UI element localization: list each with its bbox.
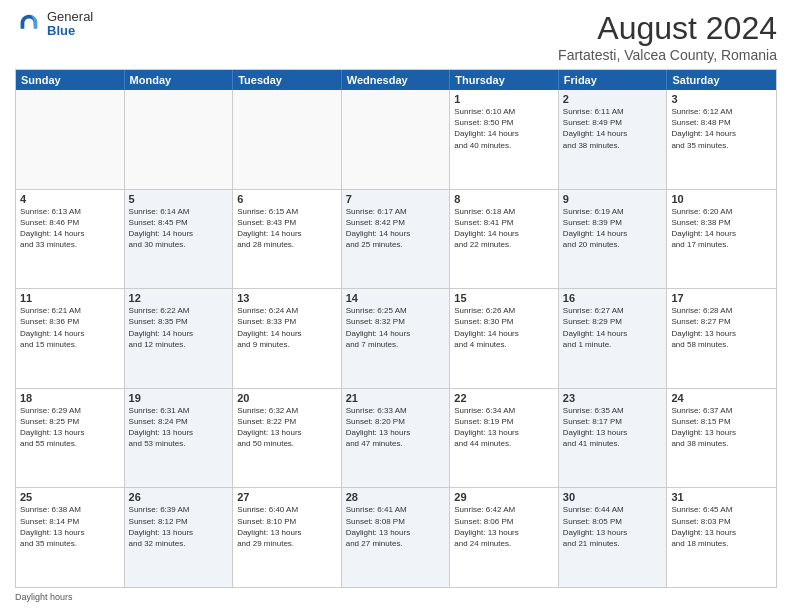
cal-cell: 31Sunrise: 6:45 AM Sunset: 8:03 PM Dayli… bbox=[667, 488, 776, 587]
cal-cell: 15Sunrise: 6:26 AM Sunset: 8:30 PM Dayli… bbox=[450, 289, 559, 388]
day-info: Sunrise: 6:26 AM Sunset: 8:30 PM Dayligh… bbox=[454, 305, 554, 350]
cal-cell bbox=[16, 90, 125, 189]
cal-cell: 22Sunrise: 6:34 AM Sunset: 8:19 PM Dayli… bbox=[450, 389, 559, 488]
day-info: Sunrise: 6:18 AM Sunset: 8:41 PM Dayligh… bbox=[454, 206, 554, 251]
day-number: 13 bbox=[237, 292, 337, 304]
day-info: Sunrise: 6:11 AM Sunset: 8:49 PM Dayligh… bbox=[563, 106, 663, 151]
day-info: Sunrise: 6:29 AM Sunset: 8:25 PM Dayligh… bbox=[20, 405, 120, 450]
cal-cell: 28Sunrise: 6:41 AM Sunset: 8:08 PM Dayli… bbox=[342, 488, 451, 587]
cal-cell: 4Sunrise: 6:13 AM Sunset: 8:46 PM Daylig… bbox=[16, 190, 125, 289]
cal-cell: 16Sunrise: 6:27 AM Sunset: 8:29 PM Dayli… bbox=[559, 289, 668, 388]
logo-general-text: General bbox=[47, 10, 93, 24]
day-number: 27 bbox=[237, 491, 337, 503]
day-number: 7 bbox=[346, 193, 446, 205]
cal-cell: 27Sunrise: 6:40 AM Sunset: 8:10 PM Dayli… bbox=[233, 488, 342, 587]
day-number: 11 bbox=[20, 292, 120, 304]
day-number: 21 bbox=[346, 392, 446, 404]
day-info: Sunrise: 6:24 AM Sunset: 8:33 PM Dayligh… bbox=[237, 305, 337, 350]
day-info: Sunrise: 6:44 AM Sunset: 8:05 PM Dayligh… bbox=[563, 504, 663, 549]
subtitle: Fartatesti, Valcea County, Romania bbox=[558, 47, 777, 63]
day-number: 2 bbox=[563, 93, 663, 105]
cal-cell bbox=[342, 90, 451, 189]
day-info: Sunrise: 6:45 AM Sunset: 8:03 PM Dayligh… bbox=[671, 504, 772, 549]
cal-cell: 29Sunrise: 6:42 AM Sunset: 8:06 PM Dayli… bbox=[450, 488, 559, 587]
day-number: 20 bbox=[237, 392, 337, 404]
logo-blue-text: Blue bbox=[47, 24, 93, 38]
cal-cell: 17Sunrise: 6:28 AM Sunset: 8:27 PM Dayli… bbox=[667, 289, 776, 388]
day-info: Sunrise: 6:22 AM Sunset: 8:35 PM Dayligh… bbox=[129, 305, 229, 350]
day-info: Sunrise: 6:38 AM Sunset: 8:14 PM Dayligh… bbox=[20, 504, 120, 549]
title-block: August 2024 Fartatesti, Valcea County, R… bbox=[558, 10, 777, 63]
cal-cell: 13Sunrise: 6:24 AM Sunset: 8:33 PM Dayli… bbox=[233, 289, 342, 388]
cal-cell: 20Sunrise: 6:32 AM Sunset: 8:22 PM Dayli… bbox=[233, 389, 342, 488]
header-day-thursday: Thursday bbox=[450, 70, 559, 90]
cal-cell: 11Sunrise: 6:21 AM Sunset: 8:36 PM Dayli… bbox=[16, 289, 125, 388]
day-info: Sunrise: 6:41 AM Sunset: 8:08 PM Dayligh… bbox=[346, 504, 446, 549]
cal-cell: 6Sunrise: 6:15 AM Sunset: 8:43 PM Daylig… bbox=[233, 190, 342, 289]
calendar-header: SundayMondayTuesdayWednesdayThursdayFrid… bbox=[16, 70, 776, 90]
calendar: SundayMondayTuesdayWednesdayThursdayFrid… bbox=[15, 69, 777, 588]
day-number: 5 bbox=[129, 193, 229, 205]
day-info: Sunrise: 6:35 AM Sunset: 8:17 PM Dayligh… bbox=[563, 405, 663, 450]
day-number: 30 bbox=[563, 491, 663, 503]
cal-cell: 8Sunrise: 6:18 AM Sunset: 8:41 PM Daylig… bbox=[450, 190, 559, 289]
cal-cell: 26Sunrise: 6:39 AM Sunset: 8:12 PM Dayli… bbox=[125, 488, 234, 587]
cal-cell: 18Sunrise: 6:29 AM Sunset: 8:25 PM Dayli… bbox=[16, 389, 125, 488]
day-info: Sunrise: 6:25 AM Sunset: 8:32 PM Dayligh… bbox=[346, 305, 446, 350]
calendar-body: 1Sunrise: 6:10 AM Sunset: 8:50 PM Daylig… bbox=[16, 90, 776, 587]
day-info: Sunrise: 6:28 AM Sunset: 8:27 PM Dayligh… bbox=[671, 305, 772, 350]
cal-cell: 19Sunrise: 6:31 AM Sunset: 8:24 PM Dayli… bbox=[125, 389, 234, 488]
day-number: 4 bbox=[20, 193, 120, 205]
header-day-sunday: Sunday bbox=[16, 70, 125, 90]
day-number: 16 bbox=[563, 292, 663, 304]
cal-cell: 7Sunrise: 6:17 AM Sunset: 8:42 PM Daylig… bbox=[342, 190, 451, 289]
cal-cell: 1Sunrise: 6:10 AM Sunset: 8:50 PM Daylig… bbox=[450, 90, 559, 189]
day-number: 10 bbox=[671, 193, 772, 205]
day-info: Sunrise: 6:15 AM Sunset: 8:43 PM Dayligh… bbox=[237, 206, 337, 251]
cal-cell: 14Sunrise: 6:25 AM Sunset: 8:32 PM Dayli… bbox=[342, 289, 451, 388]
page: General Blue August 2024 Fartatesti, Val… bbox=[0, 0, 792, 612]
cal-cell bbox=[233, 90, 342, 189]
logo-icon bbox=[15, 10, 43, 38]
header-day-friday: Friday bbox=[559, 70, 668, 90]
day-info: Sunrise: 6:12 AM Sunset: 8:48 PM Dayligh… bbox=[671, 106, 772, 151]
week-row-4: 18Sunrise: 6:29 AM Sunset: 8:25 PM Dayli… bbox=[16, 389, 776, 489]
day-number: 12 bbox=[129, 292, 229, 304]
day-number: 31 bbox=[671, 491, 772, 503]
cal-cell: 25Sunrise: 6:38 AM Sunset: 8:14 PM Dayli… bbox=[16, 488, 125, 587]
day-number: 6 bbox=[237, 193, 337, 205]
day-info: Sunrise: 6:27 AM Sunset: 8:29 PM Dayligh… bbox=[563, 305, 663, 350]
day-number: 19 bbox=[129, 392, 229, 404]
day-info: Sunrise: 6:13 AM Sunset: 8:46 PM Dayligh… bbox=[20, 206, 120, 251]
footer-text: Daylight hours bbox=[15, 592, 73, 602]
day-info: Sunrise: 6:37 AM Sunset: 8:15 PM Dayligh… bbox=[671, 405, 772, 450]
week-row-5: 25Sunrise: 6:38 AM Sunset: 8:14 PM Dayli… bbox=[16, 488, 776, 587]
cal-cell: 24Sunrise: 6:37 AM Sunset: 8:15 PM Dayli… bbox=[667, 389, 776, 488]
day-info: Sunrise: 6:32 AM Sunset: 8:22 PM Dayligh… bbox=[237, 405, 337, 450]
header-day-wednesday: Wednesday bbox=[342, 70, 451, 90]
day-number: 25 bbox=[20, 491, 120, 503]
day-info: Sunrise: 6:21 AM Sunset: 8:36 PM Dayligh… bbox=[20, 305, 120, 350]
day-number: 23 bbox=[563, 392, 663, 404]
week-row-1: 1Sunrise: 6:10 AM Sunset: 8:50 PM Daylig… bbox=[16, 90, 776, 190]
day-info: Sunrise: 6:14 AM Sunset: 8:45 PM Dayligh… bbox=[129, 206, 229, 251]
logo: General Blue bbox=[15, 10, 93, 39]
cal-cell: 12Sunrise: 6:22 AM Sunset: 8:35 PM Dayli… bbox=[125, 289, 234, 388]
day-info: Sunrise: 6:39 AM Sunset: 8:12 PM Dayligh… bbox=[129, 504, 229, 549]
footer: Daylight hours bbox=[15, 592, 777, 602]
main-title: August 2024 bbox=[558, 10, 777, 47]
day-number: 26 bbox=[129, 491, 229, 503]
day-number: 18 bbox=[20, 392, 120, 404]
day-number: 1 bbox=[454, 93, 554, 105]
cal-cell: 3Sunrise: 6:12 AM Sunset: 8:48 PM Daylig… bbox=[667, 90, 776, 189]
day-info: Sunrise: 6:34 AM Sunset: 8:19 PM Dayligh… bbox=[454, 405, 554, 450]
day-info: Sunrise: 6:19 AM Sunset: 8:39 PM Dayligh… bbox=[563, 206, 663, 251]
cal-cell: 10Sunrise: 6:20 AM Sunset: 8:38 PM Dayli… bbox=[667, 190, 776, 289]
day-info: Sunrise: 6:17 AM Sunset: 8:42 PM Dayligh… bbox=[346, 206, 446, 251]
cal-cell bbox=[125, 90, 234, 189]
day-number: 3 bbox=[671, 93, 772, 105]
day-number: 28 bbox=[346, 491, 446, 503]
week-row-3: 11Sunrise: 6:21 AM Sunset: 8:36 PM Dayli… bbox=[16, 289, 776, 389]
header: General Blue August 2024 Fartatesti, Val… bbox=[15, 10, 777, 63]
cal-cell: 2Sunrise: 6:11 AM Sunset: 8:49 PM Daylig… bbox=[559, 90, 668, 189]
